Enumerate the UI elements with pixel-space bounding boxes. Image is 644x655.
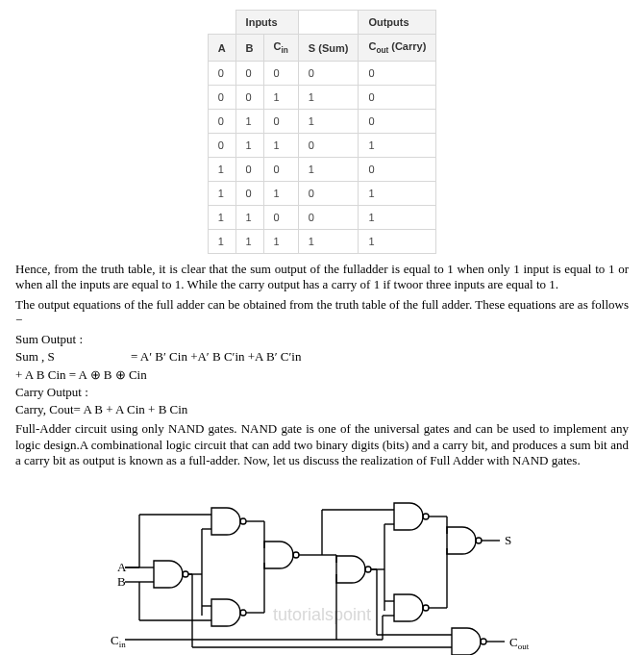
table-row: 01010 bbox=[208, 110, 436, 134]
col-b: B bbox=[235, 35, 263, 62]
cell: 0 bbox=[235, 182, 263, 206]
label-a: A bbox=[117, 560, 127, 574]
cell: 1 bbox=[263, 230, 298, 254]
col-a: A bbox=[208, 35, 235, 62]
cell: 0 bbox=[235, 62, 263, 86]
cell: 1 bbox=[235, 110, 263, 134]
label-s: S bbox=[505, 533, 511, 547]
cell: 0 bbox=[208, 62, 235, 86]
col-cin: Cin bbox=[263, 35, 298, 62]
carry-equation: Carry, Cout= A B + A Cin + B Cin bbox=[15, 402, 629, 417]
cell: 0 bbox=[359, 158, 436, 182]
cell: 1 bbox=[235, 230, 263, 254]
label-cin: Cin bbox=[111, 633, 126, 649]
col-group-outputs: Outputs bbox=[359, 11, 436, 35]
cell: 0 bbox=[263, 158, 298, 182]
cell: 1 bbox=[263, 134, 298, 158]
cell: 1 bbox=[359, 206, 436, 230]
cell: 1 bbox=[263, 182, 298, 206]
paragraph-1: Hence, from the truth table, it is clear… bbox=[15, 262, 629, 293]
cell: 1 bbox=[208, 206, 235, 230]
cell: 1 bbox=[208, 230, 235, 254]
cell: 1 bbox=[298, 158, 359, 182]
paragraph-3: Full-Adder circuit using only NAND gates… bbox=[15, 421, 629, 468]
col-group-inputs: Inputs bbox=[235, 11, 298, 35]
full-adder-nand-diagram: tutorialspoint bbox=[15, 476, 629, 655]
cell: 0 bbox=[359, 110, 436, 134]
cell: 1 bbox=[359, 230, 436, 254]
cell: 0 bbox=[263, 110, 298, 134]
truth-table: Inputs Outputs A B Cin S (Sum) Cout (Car… bbox=[208, 10, 437, 254]
cell: 1 bbox=[235, 206, 263, 230]
truth-table-wrap: Inputs Outputs A B Cin S (Sum) Cout (Car… bbox=[15, 10, 629, 254]
cell: 1 bbox=[298, 230, 359, 254]
cell: 0 bbox=[208, 110, 235, 134]
watermark-text: tutorialspoint bbox=[273, 605, 371, 624]
cell: 1 bbox=[359, 182, 436, 206]
cell: 0 bbox=[235, 86, 263, 110]
col-sum: S (Sum) bbox=[298, 35, 359, 62]
cell: 1 bbox=[208, 158, 235, 182]
table-row: 00000 bbox=[208, 62, 436, 86]
cell: 0 bbox=[208, 134, 235, 158]
cell: 0 bbox=[263, 206, 298, 230]
cell: 1 bbox=[359, 134, 436, 158]
cell: 1 bbox=[298, 110, 359, 134]
label-cout: Cout bbox=[509, 635, 530, 651]
cell: 0 bbox=[359, 86, 436, 110]
paragraph-2: The output equations of the full adder c… bbox=[15, 297, 629, 329]
cell: 1 bbox=[298, 86, 359, 110]
carry-output-header: Carry Output : bbox=[15, 385, 629, 400]
table-row: 10101 bbox=[208, 182, 436, 206]
table-row: 11001 bbox=[208, 206, 436, 230]
cell: 0 bbox=[263, 62, 298, 86]
sum-equation-2: + A B Cin = A ⊕ B ⊕ Cin bbox=[15, 367, 629, 383]
sum-output-header: Sum Output : bbox=[15, 332, 629, 347]
cell: 0 bbox=[298, 206, 359, 230]
label-b: B bbox=[117, 574, 126, 589]
table-row: 10010 bbox=[208, 158, 436, 182]
cell: 0 bbox=[298, 134, 359, 158]
col-cout: Cout (Carry) bbox=[359, 35, 436, 62]
cell: 0 bbox=[298, 62, 359, 86]
cell: 1 bbox=[208, 182, 235, 206]
cell: 0 bbox=[235, 158, 263, 182]
cell: 0 bbox=[208, 86, 235, 110]
cell: 0 bbox=[359, 62, 436, 86]
table-row: 01101 bbox=[208, 134, 436, 158]
cell: 1 bbox=[263, 86, 298, 110]
sum-equation-1: Sum , S= A′ B′ Cin +A′ B C′in +A B′ C′in bbox=[15, 349, 629, 365]
cell: 1 bbox=[235, 134, 263, 158]
cell: 0 bbox=[298, 182, 359, 206]
table-row: 11111 bbox=[208, 230, 436, 254]
table-row: 00110 bbox=[208, 86, 436, 110]
